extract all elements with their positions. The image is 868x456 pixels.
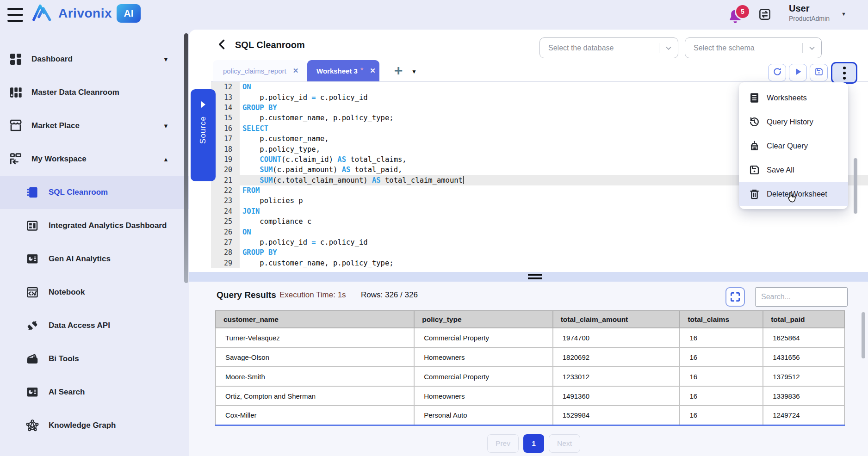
close-tab-icon[interactable]: ✕ [293, 67, 299, 75]
sidebar-item-data-access-api[interactable]: Data Access API [0, 309, 189, 342]
tab-policy-claims-report[interactable]: policy_claims_report✕ [213, 60, 307, 81]
tab-list-caret-icon[interactable]: ▼ [411, 68, 417, 75]
worksheets-icon [748, 92, 761, 104]
table-row[interactable]: Savage-OlsonHomeowners1820692161431656 [216, 347, 844, 367]
tab-worksheet-3[interactable]: Worksheet 3*✕ [307, 60, 379, 81]
run-query-button[interactable] [789, 64, 807, 81]
rows-count: Rows: 326 / 326 [361, 290, 418, 300]
line-number: 26 [211, 227, 240, 237]
menu-item-query-history[interactable]: Query History [739, 110, 848, 134]
caret-up-icon: ▲ [163, 156, 169, 163]
worksheet-options-button[interactable] [831, 62, 857, 84]
table-cell: Personal Auto [414, 406, 552, 425]
table-row[interactable]: Moore-SmithCommercial Property1233012161… [216, 367, 844, 386]
sidebar-item-dashboard[interactable]: Dashboard▼ [0, 43, 189, 76]
sidebar-item-market-place[interactable]: Market Place▼ [0, 109, 189, 142]
table-cell: Commercial Property [414, 367, 552, 386]
line-number: 22 [211, 185, 240, 196]
table-row[interactable]: Turner-VelasquezCommercial Property19747… [216, 328, 844, 347]
text-cursor [463, 176, 464, 184]
line-number: 23 [211, 196, 240, 206]
worksheet-options-menu: WorksheetsQuery HistoryClear QuerySave A… [739, 82, 848, 209]
caret-down-icon: ▼ [163, 56, 169, 63]
user-role: ProductAdmin [789, 15, 830, 22]
sidebar-scrollbar[interactable] [184, 33, 188, 283]
expand-right-icon [201, 101, 205, 108]
pagination-prev-button[interactable]: Prev [487, 434, 519, 453]
sidebar-item-sql-cleanroom[interactable]: SQL Cleanroom [0, 176, 189, 209]
save-all-icon [748, 164, 761, 176]
editor-results-resize-handle[interactable] [189, 272, 868, 282]
code-line-29[interactable]: 29 p.customer_name, p.policy_type; [211, 258, 868, 268]
column-header-customer_name[interactable]: customer_name [216, 311, 414, 328]
results-scrollbar[interactable] [862, 312, 865, 358]
add-worksheet-button[interactable]: + [391, 64, 406, 79]
table-cell: 16 [680, 347, 763, 367]
menu-item-save-all[interactable]: Save All [739, 158, 848, 182]
save-query-button[interactable] [810, 64, 828, 81]
column-header-policy_type[interactable]: policy_type [414, 311, 552, 328]
results-search-input[interactable] [755, 287, 848, 307]
swap-icon [758, 15, 772, 23]
pagination-page-1-button[interactable]: 1 [523, 434, 544, 453]
line-number: 24 [211, 206, 240, 216]
knowledge-graph-icon [25, 419, 39, 432]
code-line-28[interactable]: 28GROUP BY [211, 247, 868, 258]
code-text: ON [240, 227, 868, 237]
tab-label: policy_claims_report [223, 67, 286, 75]
gen-ai-analytics-icon [25, 252, 39, 266]
sidebar-item-ai-search[interactable]: AI Search [0, 376, 189, 409]
sidebar-item-label: Bi Tools [49, 354, 79, 364]
user-menu[interactable]: User ProductAdmin [789, 3, 830, 22]
pagination-next-button[interactable]: Next [549, 434, 580, 453]
hamburger-menu-icon[interactable] [7, 8, 23, 22]
table-cell: Cox-Miller [216, 406, 414, 425]
save-icon [814, 67, 824, 79]
close-tab-icon[interactable]: ✕ [370, 67, 376, 75]
schema-select[interactable]: Select the schema [685, 37, 822, 58]
database-select[interactable]: Select the database [539, 37, 678, 58]
top-bar: Arivonix AI 5 User ProductAdmin ▼ [0, 0, 868, 30]
menu-item-label: Save All [767, 166, 794, 174]
menu-item-delete-worksheet[interactable]: Delete Worksheet [739, 182, 848, 206]
column-header-total_claim_amount[interactable]: total_claim_amount [553, 311, 680, 328]
table-cell: 16 [680, 367, 763, 386]
sidebar-item-gen-ai-analytics[interactable]: Gen AI Analytics [0, 242, 189, 276]
back-button[interactable] [216, 38, 229, 52]
editor-scrollbar[interactable] [854, 158, 857, 214]
column-header-total_paid[interactable]: total_paid [763, 311, 844, 328]
code-line-26[interactable]: 26ON [211, 227, 868, 237]
sidebar-item-notebook[interactable]: Notebook [0, 276, 189, 309]
fullscreen-results-button[interactable] [725, 287, 745, 307]
results-table: customer_namepolicy_typetotal_claim_amou… [215, 310, 845, 426]
delete-worksheet-icon [748, 188, 761, 200]
menu-item-label: Clear Query [767, 142, 808, 150]
notifications-button[interactable]: 5 [727, 6, 748, 24]
menu-item-clear-query[interactable]: Clear Query [739, 134, 848, 158]
user-menu-caret-icon[interactable]: ▼ [841, 11, 846, 17]
sidebar-item-master-data-cleanroom[interactable]: Master Data Cleanroom [0, 76, 189, 109]
sidebar-item-knowledge-graph[interactable]: Knowledge Graph [0, 409, 189, 442]
menu-item-label: Worksheets [767, 93, 807, 102]
sidebar-item-bi-tools[interactable]: Bi Tools [0, 342, 189, 376]
line-number: 25 [211, 216, 240, 227]
table-cell: 16 [680, 386, 763, 406]
source-panel-toggle[interactable]: Source [191, 89, 216, 181]
code-line-25[interactable]: 25 compliance c [211, 216, 868, 227]
sidebar: Dashboard▼Master Data CleanroomMarket Pl… [0, 30, 189, 456]
sidebar-item-my-workspace[interactable]: My Workspace▲ [0, 142, 189, 176]
switch-workspace-button[interactable] [758, 7, 773, 22]
table-cell: 1820692 [553, 347, 680, 367]
menu-item-worksheets[interactable]: Worksheets [739, 86, 848, 110]
code-line-27[interactable]: 27 p.policy_id = c.policy_id [211, 237, 868, 247]
table-row[interactable]: Cox-MillerPersonal Auto1529984161249724 [216, 406, 844, 425]
sidebar-item-label: Dashboard [31, 55, 73, 64]
query-history-icon [748, 116, 761, 128]
column-header-total_claims[interactable]: total_claims [680, 311, 763, 328]
sidebar-item-integrated-analytics-dashboard[interactable]: Integrated Analytics Dashboard [0, 209, 189, 242]
table-row[interactable]: Ortiz, Compton and ShermanHomeowners1491… [216, 386, 844, 406]
refresh-query-button[interactable] [768, 64, 786, 81]
play-icon [793, 67, 803, 79]
table-cell: 1249724 [763, 406, 844, 425]
sidebar-item-label: Data Access API [49, 321, 110, 330]
